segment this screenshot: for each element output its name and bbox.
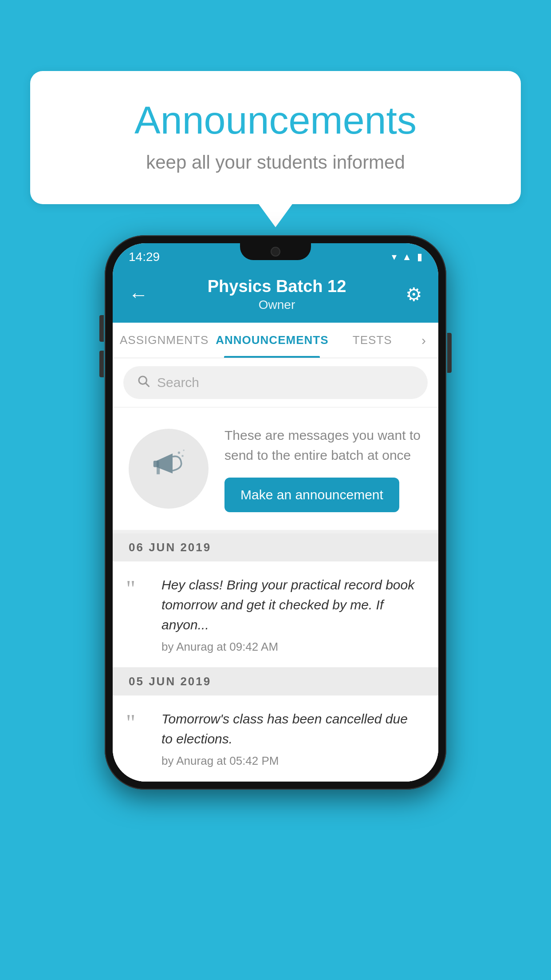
phone-mockup: 14:29 ▾ ▲ ▮ ← Physics Batch 12 Owner ⚙	[105, 235, 446, 790]
quote-icon-2: "	[126, 711, 149, 735]
tabs-bar: ASSIGNMENTS ANNOUNCEMENTS TESTS ›	[113, 323, 438, 358]
megaphone-icon	[149, 445, 189, 493]
search-icon	[137, 374, 150, 391]
date-header-2: 05 JUN 2019	[113, 668, 438, 695]
front-camera	[271, 247, 280, 257]
speech-bubble: Announcements keep all your students inf…	[30, 71, 521, 204]
announcement-item-2[interactable]: " Tomorrow's class has been cancelled du…	[113, 695, 438, 782]
wifi-icon: ▾	[392, 251, 397, 263]
svg-point-4	[181, 454, 184, 457]
announcement-text-group-2: Tomorrow's class has been cancelled due …	[161, 709, 422, 768]
announcement-text-group-1: Hey class! Bring your practical record b…	[161, 575, 422, 654]
header-subtitle: Owner	[208, 298, 346, 312]
power-button	[447, 333, 452, 373]
tab-assignments[interactable]: ASSIGNMENTS	[116, 323, 212, 358]
tab-announcements[interactable]: ANNOUNCEMENTS	[212, 323, 332, 358]
announcement-text-1: Hey class! Bring your practical record b…	[161, 575, 422, 635]
header-title: Physics Batch 12	[208, 277, 346, 296]
promo-description: These are messages you want to send to t…	[224, 425, 422, 465]
search-container: Search	[113, 358, 438, 407]
promo-section: These are messages you want to send to t…	[113, 407, 438, 533]
header-title-group: Physics Batch 12 Owner	[208, 277, 346, 312]
battery-icon: ▮	[417, 251, 422, 263]
status-icons: ▾ ▲ ▮	[392, 251, 422, 263]
status-time: 14:29	[129, 250, 160, 264]
volume-up-button	[99, 315, 104, 342]
make-announcement-button[interactable]: Make an announcement	[224, 478, 399, 512]
signal-icon: ▲	[402, 251, 412, 263]
date-header-1: 06 JUN 2019	[113, 533, 438, 561]
content-area: Search	[113, 358, 438, 782]
search-bar[interactable]: Search	[123, 366, 428, 399]
search-placeholder: Search	[157, 375, 199, 390]
back-button[interactable]: ←	[129, 285, 148, 304]
announcement-meta-1: by Anurag at 09:42 AM	[161, 640, 422, 654]
settings-button[interactable]: ⚙	[405, 284, 422, 305]
svg-rect-2	[153, 461, 159, 467]
speech-bubble-subtitle: keep all your students informed	[66, 152, 485, 173]
announcement-meta-2: by Anurag at 05:42 PM	[161, 754, 422, 768]
phone-notch	[240, 243, 311, 260]
svg-point-3	[178, 451, 180, 454]
phone-outer: 14:29 ▾ ▲ ▮ ← Physics Batch 12 Owner ⚙	[105, 235, 446, 790]
app-header: ← Physics Batch 12 Owner ⚙	[113, 268, 438, 323]
announcement-item-1[interactable]: " Hey class! Bring your practical record…	[113, 561, 438, 668]
announcement-text-2: Tomorrow's class has been cancelled due …	[161, 709, 422, 749]
tabs-more-button[interactable]: ›	[413, 323, 435, 358]
volume-down-button	[99, 351, 104, 377]
speech-bubble-section: Announcements keep all your students inf…	[30, 71, 521, 204]
promo-icon-circle	[129, 429, 209, 509]
tab-tests[interactable]: TESTS	[332, 323, 413, 358]
svg-line-1	[146, 383, 149, 387]
speech-bubble-title: Announcements	[66, 98, 485, 143]
svg-point-5	[183, 449, 185, 451]
phone-screen: 14:29 ▾ ▲ ▮ ← Physics Batch 12 Owner ⚙	[113, 243, 438, 782]
quote-icon-1: "	[126, 577, 149, 601]
promo-content: These are messages you want to send to t…	[224, 425, 422, 512]
